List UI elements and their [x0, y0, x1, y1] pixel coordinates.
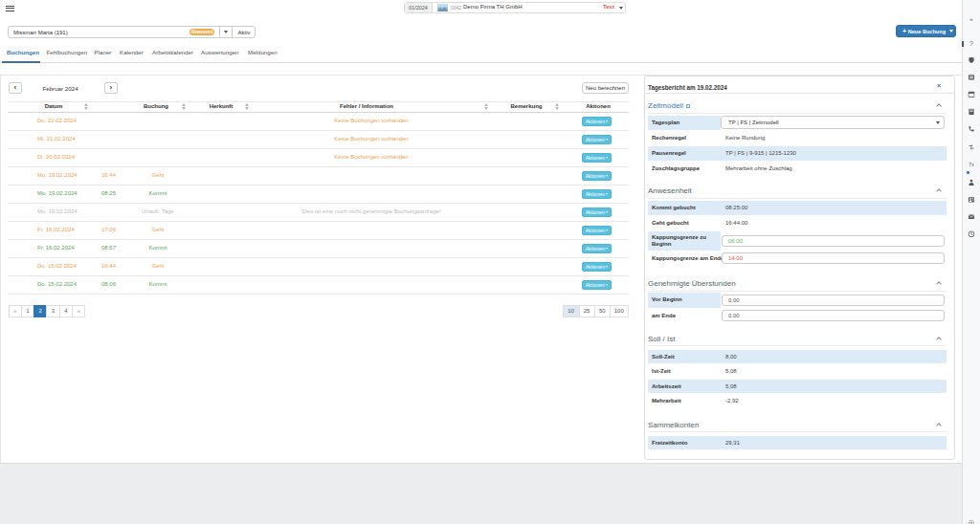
- svg-text:?: ?: [969, 40, 973, 47]
- svg-text:7x: 7x: [969, 162, 974, 167]
- svg-text:«: «: [969, 15, 973, 22]
